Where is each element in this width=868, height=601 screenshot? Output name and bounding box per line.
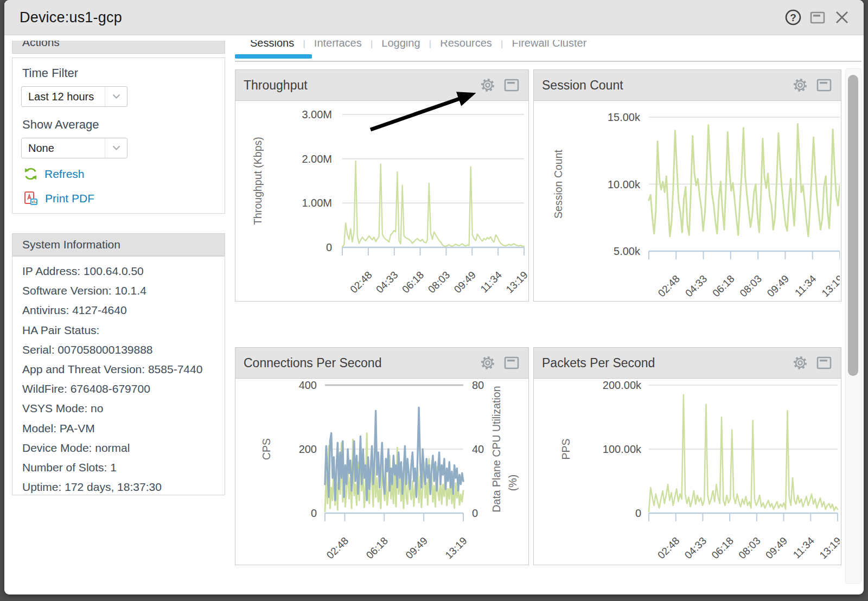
tab-sessions[interactable]: Sessions (250, 40, 294, 51)
dialog-titlebar: Device:us1-gcp ? (4, 0, 864, 35)
window-icon[interactable] (503, 77, 520, 93)
system-info-item: Serial: 007058000139888 (22, 340, 225, 360)
panel-throughput: Throughput 01.00M2.00M3.00MThroughput (K… (235, 69, 529, 302)
show-average-select[interactable]: None (21, 138, 127, 158)
system-info-item: Device Mode: normal (22, 438, 225, 458)
tab-separator: | (501, 40, 503, 51)
help-icon[interactable]: ? (784, 9, 802, 26)
restore-window-icon[interactable] (809, 9, 826, 26)
svg-text:04:33: 04:33 (682, 535, 709, 561)
close-icon[interactable] (833, 9, 851, 26)
svg-text:08:03: 08:03 (738, 273, 764, 299)
window-icon[interactable] (816, 355, 832, 371)
chart-canvas: 01.00M2.00M3.00MThroughput (Kbps)02:4804… (235, 101, 527, 300)
chart-connections-per-second: 020040004080Data Plane CPU Utilization(%… (235, 379, 528, 564)
svg-text:15.00k: 15.00k (608, 111, 641, 123)
svg-text:02:48: 02:48 (348, 269, 374, 295)
system-information-panel: IP Address: 100.64.0.50Software Version:… (12, 256, 225, 495)
chevron-down-icon (105, 138, 127, 158)
refresh-link[interactable]: Refresh (23, 167, 85, 181)
window-icon[interactable] (816, 77, 832, 93)
svg-text:100.00k: 100.00k (603, 443, 642, 455)
system-info-item: VSYS Mode: no (22, 399, 225, 418)
tab-bar-divider (235, 61, 861, 62)
chevron-down-icon (105, 87, 127, 106)
svg-text:200.00k: 200.00k (603, 379, 642, 391)
svg-text:10.00k: 10.00k (608, 178, 641, 190)
svg-text:08:03: 08:03 (736, 535, 762, 561)
svg-text:08:03: 08:03 (426, 269, 452, 295)
system-info-item: WildFire: 676408-679700 (22, 379, 225, 399)
tab-separator: | (429, 40, 432, 51)
actions-section-header: Actions (12, 41, 225, 54)
actions-panel: Time Filter Last 12 hours Show Average N… (12, 57, 225, 214)
time-filter-select[interactable]: Last 12 hours (21, 86, 127, 107)
svg-text:PPS: PPS (560, 438, 572, 459)
panel-session-count: Session Count 5.00k10.00k15.00kSession C… (533, 69, 841, 302)
svg-text:2.00M: 2.00M (302, 153, 332, 165)
dialog-title: Device:us1-gcp (4, 9, 784, 26)
svg-text:CPS: CPS (260, 438, 272, 460)
refresh-icon (23, 167, 38, 181)
svg-text:0: 0 (311, 507, 317, 519)
system-info-item: HA Pair Status: (22, 321, 225, 340)
svg-text:13:19: 13:19 (817, 535, 840, 561)
svg-text:09:49: 09:49 (404, 535, 430, 561)
svg-text:02:48: 02:48 (656, 273, 682, 299)
tab-separator: | (371, 40, 373, 51)
svg-text:04:33: 04:33 (374, 269, 400, 295)
svg-text:400: 400 (299, 379, 317, 391)
svg-text:13:19: 13:19 (503, 269, 527, 295)
system-info-item: Software Version: 10.1.4 (22, 281, 225, 300)
system-info-item: Antivirus: 4127-4640 (22, 300, 225, 320)
panel-title: Throughput (235, 78, 480, 93)
svg-text:11:34: 11:34 (478, 269, 504, 295)
gear-icon[interactable] (480, 355, 496, 371)
svg-text:06:18: 06:18 (710, 535, 736, 561)
system-information-header: System Information (12, 233, 225, 256)
vertical-scrollbar-thumb[interactable] (848, 75, 858, 376)
tab-logging[interactable]: Logging (381, 40, 420, 51)
panel-throughput-header: Throughput (235, 70, 528, 101)
panel-title: Connections Per Second (235, 356, 480, 370)
actions-section: Actions (12, 41, 225, 57)
svg-text:06:18: 06:18 (364, 535, 390, 561)
svg-text:06:18: 06:18 (400, 269, 426, 295)
system-info-item: Model: PA-VM (22, 419, 225, 438)
system-info-item: Number of Slots: 1 (22, 458, 225, 477)
tab-resources[interactable]: Resources (440, 40, 492, 51)
svg-text:04:33: 04:33 (683, 273, 709, 299)
svg-text:0: 0 (326, 241, 332, 253)
tab-interfaces[interactable]: Interfaces (314, 40, 362, 51)
print-pdf-label: Print PDF (45, 192, 94, 205)
system-information-label: System Information (22, 238, 120, 251)
svg-text:80: 80 (472, 379, 484, 391)
system-info-item: IP Address: 100.64.0.50 (22, 261, 225, 281)
svg-text:1.00M: 1.00M (302, 197, 332, 209)
panel-connections-per-second: Connections Per Second 020040004080Data … (235, 347, 529, 565)
tab-bar: Sessions|Interfaces|Logging|Resources|Fi… (235, 40, 859, 52)
svg-text:0: 0 (635, 507, 641, 519)
refresh-label: Refresh (44, 168, 85, 181)
svg-text:?: ? (790, 12, 796, 23)
panel-title: Session Count (534, 78, 792, 93)
gear-icon[interactable] (792, 355, 808, 371)
chart-throughput: 01.00M2.00M3.00MThroughput (Kbps)02:4804… (235, 101, 528, 300)
pdf-icon (23, 191, 39, 206)
svg-text:40: 40 (472, 443, 484, 455)
svg-text:13:19: 13:19 (443, 535, 469, 561)
window-icon[interactable] (503, 355, 520, 371)
system-info-list: IP Address: 100.64.0.50Software Version:… (22, 261, 225, 497)
gear-icon[interactable] (480, 77, 496, 93)
tab-separator: | (303, 40, 305, 51)
tab-firewall-cluster[interactable]: Firewall Cluster (512, 40, 587, 51)
chart-session-count: 5.00k10.00k15.00kSession Count02:4804:33… (534, 101, 841, 300)
svg-text:13:19: 13:19 (819, 273, 840, 299)
svg-text:02:48: 02:48 (324, 535, 350, 561)
svg-text:02:48: 02:48 (655, 535, 681, 561)
print-pdf-link[interactable]: Print PDF (23, 191, 94, 206)
svg-text:0: 0 (472, 507, 478, 519)
device-dialog: Device:us1-gcp ? Actions Time Filter Las… (4, 0, 864, 594)
tabs-row: Sessions|Interfaces|Logging|Resources|Fi… (235, 40, 859, 51)
gear-icon[interactable] (792, 77, 808, 93)
